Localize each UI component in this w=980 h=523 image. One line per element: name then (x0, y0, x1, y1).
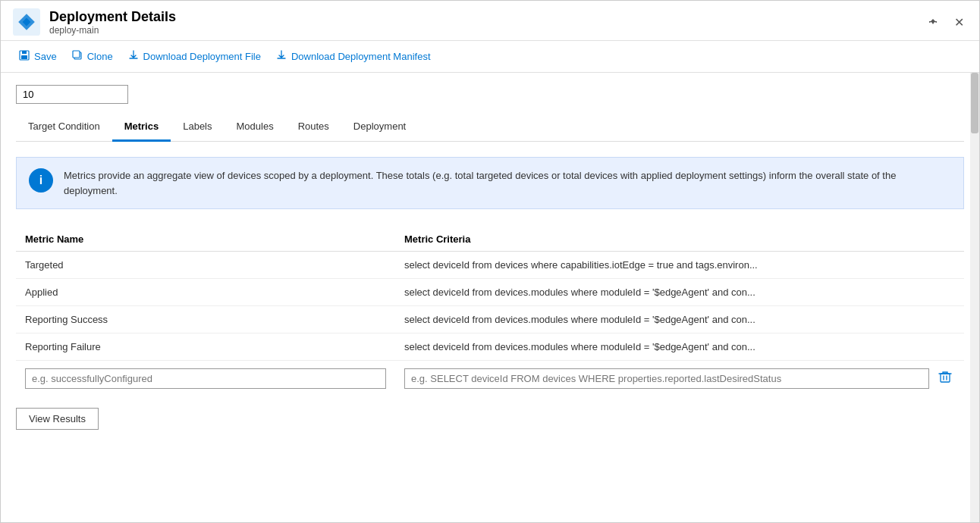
clone-label: Clone (87, 51, 113, 62)
priority-field-row (16, 85, 964, 104)
metric-name-cell: Reporting Failure (16, 334, 395, 361)
table-header-row: Metric Name Metric Criteria (16, 227, 964, 252)
table-row: Reporting Success select deviceId from d… (16, 306, 964, 334)
download-manifest-button[interactable]: Download Deployment Manifest (270, 47, 437, 66)
tabs-container: Target Condition Metrics Labels Modules … (16, 113, 964, 142)
col-metric-name-header: Metric Name (16, 227, 395, 252)
metrics-table: Metric Name Metric Criteria Targeted sel… (16, 227, 964, 361)
save-button[interactable]: Save (13, 47, 63, 66)
tab-labels-label: Labels (183, 121, 212, 132)
content-area: Target Condition Metrics Labels Modules … (1, 73, 979, 522)
new-metric-criteria-cell (395, 361, 964, 396)
save-icon (19, 50, 30, 63)
scrollbar-track[interactable] (970, 73, 979, 522)
title-info: Deployment Details deploy-main (49, 9, 176, 36)
tab-modules-label: Modules (237, 121, 274, 132)
scrollbar-thumb[interactable] (971, 73, 978, 133)
download-file-button[interactable]: Download Deployment File (122, 47, 267, 66)
delete-icon (938, 370, 952, 384)
tab-metrics[interactable]: Metrics (112, 113, 171, 142)
svg-rect-2 (22, 51, 27, 54)
tab-metrics-label: Metrics (124, 121, 159, 132)
tab-modules[interactable]: Modules (225, 113, 286, 142)
close-button[interactable]: ✕ (951, 12, 967, 33)
metric-criteria-cell: select deviceId from devices.modules whe… (395, 279, 964, 306)
tab-deployment-label: Deployment (353, 121, 406, 132)
metric-criteria-cell: select deviceId from devices.modules whe… (395, 334, 964, 361)
save-label: Save (34, 51, 57, 62)
tab-routes-label: Routes (298, 121, 329, 132)
tab-target-condition[interactable]: Target Condition (16, 113, 112, 142)
download-manifest-icon (276, 50, 287, 63)
metrics-input-table (16, 361, 964, 396)
pin-button[interactable] (924, 11, 942, 33)
table-row: Reporting Failure select deviceId from d… (16, 334, 964, 361)
view-results-button[interactable]: View Results (16, 408, 99, 430)
metric-name-cell: Reporting Success (16, 306, 395, 334)
delete-metric-button[interactable] (935, 367, 955, 390)
deployment-details-window: Deployment Details deploy-main ✕ Save (0, 0, 980, 523)
window-title: Deployment Details (49, 9, 176, 25)
info-banner: i Metrics provide an aggregate view of d… (16, 157, 964, 209)
new-metric-name-input[interactable] (25, 368, 386, 389)
priority-input[interactable] (16, 85, 128, 104)
close-icon: ✕ (954, 16, 964, 29)
view-results-label: View Results (29, 413, 86, 424)
svg-rect-5 (73, 51, 80, 58)
svg-rect-6 (941, 374, 950, 382)
app-icon (13, 8, 40, 36)
download-manifest-label: Download Deployment Manifest (291, 51, 431, 62)
new-metric-name-cell (16, 361, 395, 396)
metric-criteria-cell: select deviceId from devices where capab… (395, 252, 964, 279)
new-metric-criteria-input[interactable] (404, 368, 929, 389)
metric-name-cell: Applied (16, 279, 395, 306)
title-bar-actions: ✕ (924, 11, 967, 33)
toolbar: Save Clone Download Deployment File Down… (1, 41, 979, 73)
table-row: Applied select deviceId from devices.mod… (16, 279, 964, 306)
table-row: Targeted select deviceId from devices wh… (16, 252, 964, 279)
new-metric-row (16, 361, 964, 396)
tab-deployment[interactable]: Deployment (341, 113, 418, 142)
metric-criteria-cell: select deviceId from devices.modules whe… (395, 306, 964, 334)
tab-target-condition-label: Target Condition (28, 121, 100, 132)
metric-name-cell: Targeted (16, 252, 395, 279)
tab-labels[interactable]: Labels (171, 113, 224, 142)
clone-icon (72, 50, 83, 63)
tab-routes[interactable]: Routes (286, 113, 341, 142)
new-metric-criteria-wrap (404, 367, 955, 390)
svg-rect-3 (21, 55, 27, 59)
window-subtitle: deploy-main (49, 25, 176, 36)
pin-icon (927, 14, 939, 27)
col-metric-criteria-header: Metric Criteria (395, 227, 964, 252)
title-bar-left: Deployment Details deploy-main (13, 8, 176, 36)
info-banner-text: Metrics provide an aggregate view of dev… (64, 168, 951, 198)
title-bar: Deployment Details deploy-main ✕ (1, 1, 979, 41)
clone-button[interactable]: Clone (66, 47, 119, 66)
download-file-icon (128, 50, 139, 63)
info-icon: i (29, 168, 53, 193)
download-file-label: Download Deployment File (143, 51, 261, 62)
info-icon-letter: i (39, 174, 42, 187)
